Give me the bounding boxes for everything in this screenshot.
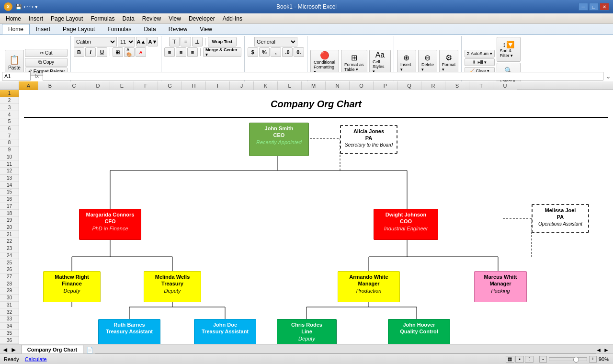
autosum-button[interactable]: Σ AutoSum ▾: [465, 50, 495, 57]
wrap-text-button[interactable]: Wrap Text: [208, 37, 237, 46]
row-header-25[interactable]: 25: [0, 259, 19, 266]
col-header-Q[interactable]: Q: [397, 81, 421, 90]
col-header-M[interactable]: M: [302, 81, 326, 90]
row-header-35[interactable]: 35: [0, 330, 19, 337]
paste-button[interactable]: 📋 Paste: [5, 50, 24, 75]
row-header-8[interactable]: 8: [0, 139, 19, 147]
cut-button[interactable]: ✂ Cut: [25, 49, 68, 57]
col-header-E[interactable]: E: [110, 81, 134, 90]
row-header-34[interactable]: 34: [0, 323, 19, 330]
row-header-29[interactable]: 29: [0, 287, 19, 295]
row-header-21[interactable]: 21: [0, 231, 19, 238]
cells-area[interactable]: Company Org Chart: [19, 90, 613, 344]
row-header-24[interactable]: 24: [0, 252, 19, 260]
col-header-A[interactable]: A: [19, 81, 38, 90]
row-header-32[interactable]: 32: [0, 308, 19, 316]
italic-button[interactable]: I: [85, 47, 96, 57]
formula-input[interactable]: [43, 72, 603, 80]
font-family-select[interactable]: Calibri: [74, 37, 117, 46]
row-header-26[interactable]: 26: [0, 266, 19, 273]
sort-filter-button[interactable]: ↕🔽 Sort & Filter ▾: [497, 37, 521, 62]
row-header-22[interactable]: 22: [0, 238, 19, 245]
tab-data[interactable]: Data: [137, 24, 162, 34]
row-header-28[interactable]: 28: [0, 280, 19, 287]
fx-button[interactable]: fx: [33, 73, 41, 80]
col-header-N[interactable]: N: [326, 81, 350, 90]
font-size-select[interactable]: 11: [118, 37, 135, 46]
sheet-tab-org-chart[interactable]: Company Org Chart: [21, 345, 84, 353]
menu-page-layout[interactable]: Page Layout: [47, 14, 87, 23]
tab-page-layout[interactable]: Page Layout: [57, 24, 101, 34]
align-left-button[interactable]: ≡: [164, 47, 175, 57]
scroll-sheets-left[interactable]: ◄: [2, 346, 9, 353]
merge-button[interactable]: Merge & Center ▾: [203, 47, 241, 57]
row-header-16[interactable]: 16: [0, 196, 19, 203]
row-header-36[interactable]: 36: [0, 337, 19, 344]
col-header-P[interactable]: P: [374, 81, 397, 90]
fill-button[interactable]: ⬇ Fill ▾: [465, 58, 495, 66]
menu-home[interactable]: Home: [2, 14, 25, 23]
scroll-right2-button[interactable]: ►: [603, 347, 609, 353]
row-header-11[interactable]: 11: [0, 160, 19, 168]
format-button[interactable]: ⚙ Format ▾: [439, 50, 458, 75]
status-calculate[interactable]: Calculate: [25, 356, 47, 362]
col-header-F[interactable]: F: [134, 81, 158, 90]
menu-developer[interactable]: Developer: [185, 14, 219, 23]
col-header-B[interactable]: B: [38, 81, 62, 90]
tab-home[interactable]: Home: [2, 24, 30, 34]
row-header-5[interactable]: 5: [0, 118, 19, 125]
col-header-S[interactable]: S: [445, 81, 469, 90]
menu-addins[interactable]: Add-Ins: [219, 14, 246, 23]
zoom-in-button[interactable]: +: [589, 356, 597, 363]
cell-reference-input[interactable]: [2, 72, 31, 80]
zoom-level[interactable]: 90%: [599, 356, 609, 362]
align-top-button[interactable]: ⊤: [169, 37, 180, 46]
bold-button[interactable]: B: [74, 47, 84, 57]
row-header-12[interactable]: 12: [0, 168, 19, 175]
expand-formula-bar-button[interactable]: ⌄: [605, 72, 611, 80]
tab-view[interactable]: View: [193, 24, 218, 34]
tab-formulas[interactable]: Formulas: [101, 24, 137, 34]
col-header-K[interactable]: K: [254, 81, 278, 90]
menu-formulas[interactable]: Formulas: [87, 14, 118, 23]
increase-font-button[interactable]: A▲: [136, 37, 147, 46]
conditional-formatting-button[interactable]: 🔴 Conditional Formatting ▾: [310, 50, 339, 75]
row-header-3[interactable]: 3: [0, 104, 19, 111]
col-header-G[interactable]: G: [158, 81, 182, 90]
row-header-14[interactable]: 14: [0, 182, 19, 189]
row-header-30[interactable]: 30: [0, 295, 19, 302]
zoom-slider[interactable]: [549, 357, 587, 361]
cell-styles-button[interactable]: Aa Cell Styles ▾: [369, 50, 391, 75]
col-header-R[interactable]: R: [421, 81, 445, 90]
align-middle-button[interactable]: ≡: [181, 37, 191, 46]
row-header-15[interactable]: 15: [0, 189, 19, 196]
currency-button[interactable]: $: [248, 47, 258, 57]
decrease-decimal-button[interactable]: 0.: [294, 47, 304, 57]
sheet-icon[interactable]: 📄: [86, 347, 93, 353]
row-header-2[interactable]: 2: [0, 97, 19, 104]
col-header-C[interactable]: C: [62, 81, 86, 90]
row-header-4[interactable]: 4: [0, 111, 19, 118]
align-center-button[interactable]: ≡: [176, 47, 186, 57]
view-layout-button[interactable]: ▪: [515, 356, 524, 363]
col-header-I[interactable]: I: [206, 81, 230, 90]
row-header-10[interactable]: 10: [0, 153, 19, 160]
menu-data[interactable]: Data: [118, 14, 138, 23]
decrease-font-button[interactable]: A▼: [148, 37, 158, 46]
row-header-1[interactable]: 1: [0, 90, 19, 97]
select-all-button[interactable]: [0, 81, 19, 90]
align-bottom-button[interactable]: ⊥: [192, 37, 203, 46]
row-header-33[interactable]: 33: [0, 316, 19, 323]
menu-view[interactable]: View: [165, 14, 185, 23]
col-header-U[interactable]: U: [493, 81, 517, 90]
row-header-7[interactable]: 7: [0, 132, 19, 139]
col-header-J[interactable]: J: [230, 81, 254, 90]
maximize-button[interactable]: □: [589, 3, 599, 11]
scroll-sheets-right[interactable]: ►: [11, 346, 17, 353]
insert-button[interactable]: ⊕ Insert ▾: [397, 50, 416, 75]
row-header-27[interactable]: 27: [0, 273, 19, 281]
zoom-out-button[interactable]: -: [539, 356, 547, 363]
view-normal-button[interactable]: ▦: [506, 356, 514, 363]
col-header-D[interactable]: D: [86, 81, 110, 90]
copy-button[interactable]: ⧉ Copy: [25, 58, 68, 67]
